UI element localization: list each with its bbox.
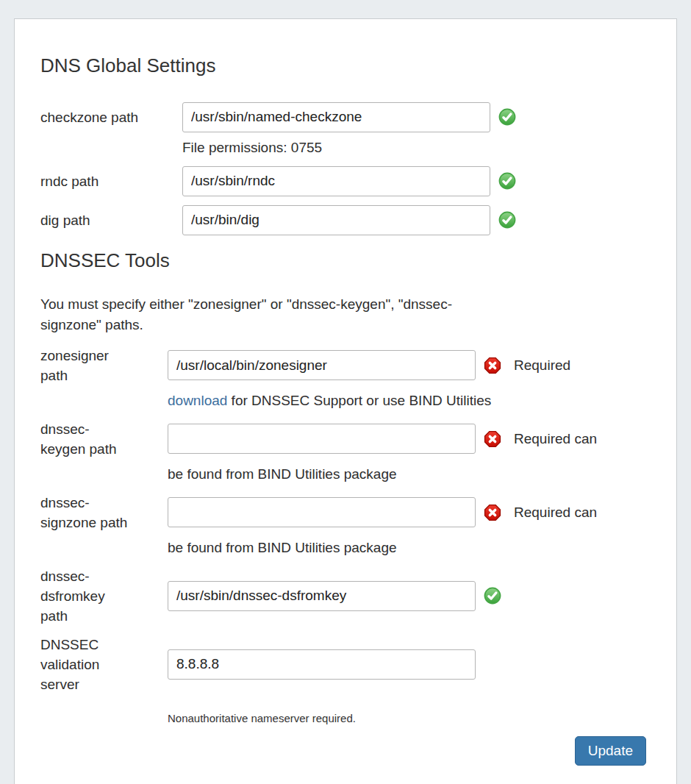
zonesigner-required-text: Required	[514, 357, 570, 374]
zonesigner-path-label: zonesigner path	[40, 346, 130, 385]
zonesigner-path-row: zonesigner path Required	[40, 346, 651, 385]
checkzone-permissions-note: File permissions: 0755	[182, 138, 651, 157]
dnssec-keygen-path-input[interactable]	[168, 424, 476, 454]
error-x-icon	[484, 430, 501, 448]
checkzone-path-input[interactable]	[182, 102, 490, 132]
zonesigner-path-control: Required	[168, 350, 570, 380]
dnssec-signzone-path-label: dnssec-signzone path	[40, 493, 130, 532]
dnssec-validation-server-input[interactable]	[168, 649, 476, 680]
success-check-icon	[498, 211, 516, 229]
dnssec-dsfromkey-path-input[interactable]	[168, 581, 476, 611]
dnssec-signzone-path-row: dnssec-signzone path Required can	[40, 493, 651, 532]
zonesigner-help-line: download for DNSSEC Support or use BIND …	[168, 391, 651, 410]
dig-path-label: dig path	[40, 210, 157, 230]
dnssec-dsfromkey-path-control	[168, 581, 501, 611]
dns-global-settings-title: DNS Global Settings	[40, 55, 651, 77]
dnssec-keygen-path-row: dnssec-keygen path Required can	[40, 419, 651, 459]
dnssec-keygen-path-label: dnssec-keygen path	[40, 419, 130, 459]
dnssec-intro-line1: You must specify either "zonesigner" or …	[40, 296, 452, 312]
rndc-path-control	[182, 166, 516, 196]
dnssec-signzone-path-control: Required can	[168, 497, 597, 527]
dnssec-keygen-path-control: Required can	[168, 424, 597, 454]
form-actions: Update	[40, 736, 651, 766]
zonesigner-help-text: for DNSSEC Support or use BIND Utilities	[227, 393, 491, 408]
checkzone-path-control	[182, 102, 516, 132]
rndc-path-row: rndc path	[40, 166, 651, 196]
nonauthoritative-note: Nonauthoritative nameserver required.	[168, 712, 651, 724]
signzone-help-text: be found from BIND Utilities package	[168, 538, 651, 557]
dnssec-dsfromkey-path-label: dnssec-dsfromkey path	[40, 566, 130, 626]
dnssec-signzone-path-input[interactable]	[168, 497, 476, 527]
dnssec-intro-text: You must specify either "zonesigner" or …	[40, 294, 651, 335]
rndc-path-label: rndc path	[40, 171, 157, 191]
dnssec-validation-server-row: DNSSEC validation server	[40, 635, 651, 694]
dnssec-validation-server-control	[168, 649, 476, 680]
checkzone-path-row: checkzone path	[40, 102, 651, 132]
dig-path-row: dig path	[40, 205, 651, 235]
dig-path-control	[182, 205, 516, 235]
rndc-path-input[interactable]	[182, 166, 490, 196]
success-check-icon	[484, 587, 501, 605]
success-check-icon	[498, 172, 516, 190]
settings-panel: DNS Global Settings checkzone path File …	[14, 18, 677, 784]
checkzone-path-label: checkzone path	[40, 107, 157, 127]
dnssec-tools-title: DNSSEC Tools	[40, 250, 651, 272]
update-button[interactable]: Update	[575, 736, 646, 766]
zonesigner-path-input[interactable]	[168, 350, 476, 380]
download-link[interactable]: download	[168, 393, 227, 408]
error-x-icon	[484, 357, 501, 374]
dnssec-validation-server-label: DNSSEC validation server	[40, 635, 130, 694]
dnssec-intro-line2: signzone" paths.	[40, 317, 143, 332]
error-x-icon	[484, 504, 501, 521]
dnssec-dsfromkey-path-row: dnssec-dsfromkey path	[40, 566, 651, 626]
success-check-icon	[498, 108, 516, 126]
dig-path-input[interactable]	[182, 205, 490, 235]
signzone-required-text: Required can	[514, 505, 597, 521]
keygen-help-text: be found from BIND Utilities package	[168, 465, 651, 484]
keygen-required-text: Required can	[514, 431, 597, 447]
